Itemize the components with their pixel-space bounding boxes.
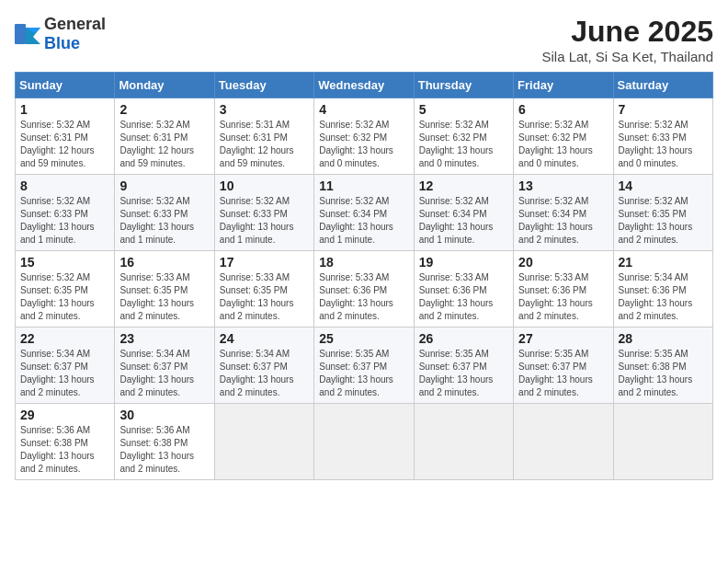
calendar-day-cell (514, 404, 613, 480)
day-info: Sunrise: 5:32 AMSunset: 6:33 PMDaylight:… (20, 195, 109, 247)
month-title: June 2025 (541, 15, 713, 49)
calendar-day-cell: 24Sunrise: 5:34 AMSunset: 6:37 PMDayligh… (214, 327, 313, 404)
day-number: 22 (20, 331, 109, 346)
day-number: 9 (119, 178, 209, 193)
day-info: Sunrise: 5:36 AMSunset: 6:38 PMDaylight:… (119, 424, 209, 476)
day-info: Sunrise: 5:32 AMSunset: 6:34 PMDaylight:… (518, 195, 608, 247)
day-number: 19 (419, 255, 508, 270)
day-info: Sunrise: 5:35 AMSunset: 6:37 PMDaylight:… (319, 348, 408, 399)
day-number: 10 (220, 178, 309, 193)
day-info: Sunrise: 5:32 AMSunset: 6:31 PMDaylight:… (119, 119, 209, 170)
day-info: Sunrise: 5:32 AMSunset: 6:33 PMDaylight:… (119, 195, 209, 247)
page-header: General Blue June 2025 Sila Lat, Si Sa K… (15, 15, 713, 64)
calendar-header-cell: Friday (514, 73, 613, 98)
day-info: Sunrise: 5:33 AMSunset: 6:36 PMDaylight:… (518, 271, 608, 323)
calendar-header-row: SundayMondayTuesdayWednesdayThursdayFrid… (16, 73, 713, 98)
day-info: Sunrise: 5:34 AMSunset: 6:37 PMDaylight:… (220, 348, 309, 399)
day-number: 25 (319, 331, 408, 346)
calendar-day-cell: 11Sunrise: 5:32 AMSunset: 6:34 PMDayligh… (314, 175, 414, 251)
calendar-header-cell: Monday (115, 73, 214, 98)
day-number: 3 (220, 102, 309, 117)
calendar-week-row: 8Sunrise: 5:32 AMSunset: 6:33 PMDaylight… (16, 175, 713, 251)
calendar-day-cell: 19Sunrise: 5:33 AMSunset: 6:36 PMDayligh… (414, 251, 513, 327)
calendar-day-cell: 2Sunrise: 5:32 AMSunset: 6:31 PMDaylight… (115, 98, 214, 175)
day-info: Sunrise: 5:32 AMSunset: 6:33 PMDaylight:… (220, 195, 309, 247)
calendar-day-cell: 4Sunrise: 5:32 AMSunset: 6:32 PMDaylight… (314, 98, 414, 175)
calendar-day-cell: 25Sunrise: 5:35 AMSunset: 6:37 PMDayligh… (314, 327, 414, 404)
day-number: 1 (20, 102, 109, 117)
calendar-day-cell: 17Sunrise: 5:33 AMSunset: 6:35 PMDayligh… (214, 251, 313, 327)
day-number: 21 (619, 255, 708, 270)
calendar-body: 1Sunrise: 5:32 AMSunset: 6:31 PMDaylight… (16, 98, 713, 480)
calendar-day-cell: 18Sunrise: 5:33 AMSunset: 6:36 PMDayligh… (314, 251, 414, 327)
day-info: Sunrise: 5:32 AMSunset: 6:32 PMDaylight:… (419, 119, 508, 170)
calendar-table: SundayMondayTuesdayWednesdayThursdayFrid… (15, 72, 713, 480)
day-info: Sunrise: 5:34 AMSunset: 6:37 PMDaylight:… (119, 348, 209, 399)
calendar-week-row: 1Sunrise: 5:32 AMSunset: 6:31 PMDaylight… (16, 98, 713, 175)
logo: General Blue (15, 15, 106, 53)
day-number: 4 (319, 102, 408, 117)
calendar-day-cell (314, 404, 414, 480)
calendar-header-cell: Thursday (414, 73, 513, 98)
logo-icon (15, 24, 40, 44)
calendar-day-cell: 8Sunrise: 5:32 AMSunset: 6:33 PMDaylight… (16, 175, 115, 251)
calendar-day-cell: 22Sunrise: 5:34 AMSunset: 6:37 PMDayligh… (16, 327, 115, 404)
day-info: Sunrise: 5:33 AMSunset: 6:36 PMDaylight:… (419, 271, 508, 323)
calendar-week-row: 15Sunrise: 5:32 AMSunset: 6:35 PMDayligh… (16, 251, 713, 327)
day-info: Sunrise: 5:32 AMSunset: 6:31 PMDaylight:… (20, 119, 109, 170)
day-info: Sunrise: 5:35 AMSunset: 6:37 PMDaylight:… (419, 348, 508, 399)
day-number: 17 (220, 255, 309, 270)
day-number: 26 (419, 331, 508, 346)
calendar-day-cell: 3Sunrise: 5:31 AMSunset: 6:31 PMDaylight… (214, 98, 313, 175)
day-number: 6 (518, 102, 608, 117)
calendar-day-cell: 20Sunrise: 5:33 AMSunset: 6:36 PMDayligh… (514, 251, 613, 327)
day-info: Sunrise: 5:33 AMSunset: 6:35 PMDaylight:… (119, 271, 209, 323)
day-info: Sunrise: 5:31 AMSunset: 6:31 PMDaylight:… (220, 119, 309, 170)
calendar-day-cell: 30Sunrise: 5:36 AMSunset: 6:38 PMDayligh… (115, 404, 214, 480)
day-number: 5 (419, 102, 508, 117)
day-number: 30 (119, 408, 209, 422)
logo-general: General (44, 15, 106, 33)
day-info: Sunrise: 5:32 AMSunset: 6:35 PMDaylight:… (20, 271, 109, 323)
day-number: 23 (119, 331, 209, 346)
day-number: 18 (319, 255, 408, 270)
calendar-day-cell: 14Sunrise: 5:32 AMSunset: 6:35 PMDayligh… (613, 175, 712, 251)
calendar-day-cell: 5Sunrise: 5:32 AMSunset: 6:32 PMDaylight… (414, 98, 513, 175)
calendar-day-cell: 29Sunrise: 5:36 AMSunset: 6:38 PMDayligh… (16, 404, 115, 480)
day-info: Sunrise: 5:35 AMSunset: 6:37 PMDaylight:… (518, 348, 608, 399)
day-number: 14 (619, 178, 708, 193)
calendar-header-cell: Wednesday (314, 73, 414, 98)
calendar-day-cell: 15Sunrise: 5:32 AMSunset: 6:35 PMDayligh… (16, 251, 115, 327)
day-info: Sunrise: 5:32 AMSunset: 6:34 PMDaylight:… (419, 195, 508, 247)
calendar-day-cell: 13Sunrise: 5:32 AMSunset: 6:34 PMDayligh… (514, 175, 613, 251)
title-area: June 2025 Sila Lat, Si Sa Ket, Thailand (541, 15, 713, 64)
day-info: Sunrise: 5:32 AMSunset: 6:33 PMDaylight:… (619, 119, 708, 170)
day-number: 16 (119, 255, 209, 270)
location-title: Sila Lat, Si Sa Ket, Thailand (541, 49, 713, 64)
day-number: 28 (619, 331, 708, 346)
svg-rect-0 (15, 24, 26, 44)
calendar-day-cell: 7Sunrise: 5:32 AMSunset: 6:33 PMDaylight… (613, 98, 712, 175)
calendar-day-cell: 6Sunrise: 5:32 AMSunset: 6:32 PMDaylight… (514, 98, 613, 175)
day-info: Sunrise: 5:32 AMSunset: 6:34 PMDaylight:… (319, 195, 408, 247)
calendar-day-cell: 9Sunrise: 5:32 AMSunset: 6:33 PMDaylight… (115, 175, 214, 251)
calendar-day-cell: 26Sunrise: 5:35 AMSunset: 6:37 PMDayligh… (414, 327, 513, 404)
day-number: 12 (419, 178, 508, 193)
day-number: 7 (619, 102, 708, 117)
calendar-header-cell: Tuesday (214, 73, 313, 98)
day-info: Sunrise: 5:33 AMSunset: 6:35 PMDaylight:… (220, 271, 309, 323)
calendar-day-cell: 1Sunrise: 5:32 AMSunset: 6:31 PMDaylight… (16, 98, 115, 175)
day-number: 27 (518, 331, 608, 346)
day-info: Sunrise: 5:36 AMSunset: 6:38 PMDaylight:… (20, 424, 109, 476)
calendar-week-row: 22Sunrise: 5:34 AMSunset: 6:37 PMDayligh… (16, 327, 713, 404)
day-number: 15 (20, 255, 109, 270)
calendar-day-cell (613, 404, 712, 480)
day-number: 2 (119, 102, 209, 117)
day-info: Sunrise: 5:32 AMSunset: 6:35 PMDaylight:… (619, 195, 708, 247)
calendar-day-cell (414, 404, 513, 480)
day-info: Sunrise: 5:33 AMSunset: 6:36 PMDaylight:… (319, 271, 408, 323)
day-info: Sunrise: 5:35 AMSunset: 6:38 PMDaylight:… (619, 348, 708, 399)
calendar-day-cell: 23Sunrise: 5:34 AMSunset: 6:37 PMDayligh… (115, 327, 214, 404)
day-number: 20 (518, 255, 608, 270)
day-number: 13 (518, 178, 608, 193)
